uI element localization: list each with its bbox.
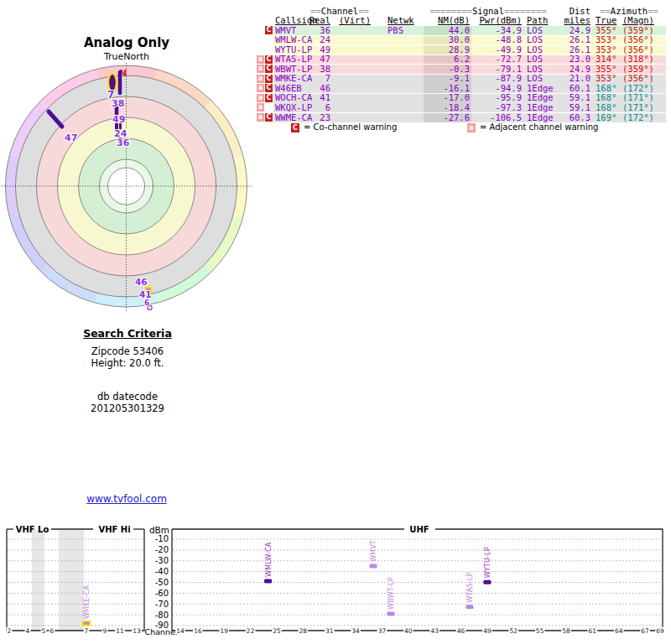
dbm-tick-label: -70: [155, 600, 169, 609]
cell-miles: 59.1: [557, 93, 590, 102]
station-marker: [466, 605, 473, 609]
uhf-channel-tick: 34: [351, 627, 360, 635]
column-header-pwr: Pwr(dBm): [476, 16, 522, 25]
vhf-channel-tick: 7: [85, 627, 89, 635]
radar-channel-label: 47: [65, 132, 77, 143]
co-channel-flag-icon: C: [265, 55, 273, 64]
cell-pwr: -49.9: [476, 45, 522, 55]
cell-pwr: -72.7: [476, 55, 522, 64]
uhf-channel-tick: 19: [220, 627, 228, 635]
y-axis-title: dBm: [149, 525, 169, 535]
uhf-channel-tick: 37: [378, 627, 387, 635]
cell-miles: 24.9: [557, 26, 590, 35]
co-channel-flag-icon: C: [265, 113, 273, 122]
station-callsign-label: WTAS-LP: [466, 572, 474, 602]
adjacent-channel-flag-icon: a: [257, 55, 264, 64]
station-callsign-label: WMLW-CA: [265, 542, 273, 577]
cell-magn_az: (171°): [622, 103, 663, 112]
cell-miles: 26.1: [557, 45, 590, 55]
uhf-channel-tick: 64: [615, 627, 623, 635]
adjacent-channel-flag-icon: a: [257, 103, 264, 112]
cell-path: 1Edge: [527, 84, 560, 93]
cell-true_az: 314°: [596, 55, 621, 64]
column-header-nm: NM(dB): [428, 16, 470, 25]
dbm-tick-label: -10: [155, 534, 169, 543]
cell-miles: 21.0: [557, 74, 590, 83]
tvfool-report-page: { "radar": { "title": "Analog Only", "no…: [0, 0, 671, 644]
vhf-channel-tick: 2: [8, 627, 12, 635]
dbm-tick-label: -50: [155, 578, 169, 587]
cell-real: 7: [300, 74, 330, 83]
vhf-channel-tick: 13: [133, 627, 141, 635]
cell-magn_az: (356°): [622, 45, 663, 55]
cell-miles: 23.0: [557, 55, 590, 64]
cell-real: 36: [300, 26, 330, 35]
uhf-channel-tick: 52: [509, 627, 518, 635]
legend-adjacent-channel-text: = Adjacent channel warning: [480, 122, 598, 132]
column-header-real: Real: [300, 16, 330, 25]
cell-nm: -9.1: [428, 74, 470, 83]
adjacent-channel-flag-icon: a: [257, 94, 264, 102]
band-label-vhf-hi: VHF Hi: [98, 525, 130, 534]
uhf-channel-tick: 58: [562, 627, 570, 635]
co-channel-flag-icon: C: [265, 75, 273, 83]
adjacent-channel-flag-icon: a: [257, 113, 264, 122]
station-callsign-label: WYTU-LP: [484, 547, 492, 578]
vhf-band-shading: [59, 530, 84, 631]
cell-path: 1Edge: [527, 103, 560, 112]
tvfool-link[interactable]: www.tvfool.com: [0, 493, 253, 505]
cell-nm: -27.6: [428, 113, 470, 122]
cell-magn_az: (318°): [622, 55, 663, 64]
vhf-channel-tick: 6: [50, 627, 55, 635]
station-callsign-label: WBWT-LP: [388, 577, 395, 610]
cell-magn_az: (172°): [622, 84, 663, 93]
band-label-uhf: UHF: [409, 525, 429, 534]
cell-nm: 44.0: [428, 26, 470, 35]
radar-channel-label: 49: [112, 114, 125, 125]
cell-magn_az: (359°): [622, 26, 663, 35]
cell-real: 6: [300, 103, 330, 112]
adjacent-channel-flag-icon: a: [257, 75, 264, 83]
cell-pwr: -34.9: [476, 26, 522, 35]
adjacent-channel-flag-icon: a: [467, 123, 476, 132]
cell-true_az: 168°: [596, 93, 621, 102]
cell-path: LOS: [527, 65, 560, 74]
co-channel-flag-icon: C: [265, 26, 273, 34]
station-marker: [369, 564, 377, 569]
signal-strength-chart: -10-20-30-40-50-60-70-80-90VHF LoVHF HiU…: [0, 520, 671, 644]
station-marker: [483, 580, 491, 584]
uhf-channel-tick: 22: [247, 627, 255, 635]
search-criteria-heading: Search Criteria: [0, 327, 255, 340]
vhf-band-shading: [32, 530, 44, 631]
cell-path: LOS: [527, 55, 560, 64]
cell-netwk: PBS: [388, 26, 423, 35]
cell-real: 46: [300, 84, 330, 93]
cell-path: 1Edge: [527, 93, 560, 102]
co-channel-flag-icon: C: [265, 94, 273, 102]
vhf-channel-tick: 5: [42, 627, 46, 635]
uhf-channel-tick: 14: [176, 627, 185, 635]
column-header-miles: miles: [557, 16, 590, 25]
x-axis-title: Channel: [145, 627, 178, 636]
cell-magn_az: (356°): [622, 35, 663, 44]
station-marker: [264, 579, 272, 583]
uhf-channel-tick: 49: [483, 627, 492, 635]
cell-nm: 28.9: [428, 45, 470, 55]
dbm-tick-label: -60: [155, 589, 169, 598]
radar-channel-label: 46: [135, 277, 148, 287]
uhf-channel-tick: 16: [194, 627, 202, 635]
db-datecode-value: 201205301329: [0, 402, 255, 414]
column-header-true_az: True: [596, 16, 621, 25]
radar-title: Analog Only: [0, 35, 253, 50]
co-channel-flag-icon: C: [265, 84, 273, 92]
uhf-channel-tick: 46: [457, 627, 466, 635]
station-callsign-label: WMVT: [370, 540, 377, 562]
uhf-channel-tick: 61: [589, 627, 597, 635]
cell-nm: 6.2: [428, 55, 470, 64]
adjacent-channel-flag-icon: a: [257, 65, 264, 73]
column-header-virt: (Virt): [334, 16, 376, 25]
cell-true_az: 355°: [596, 65, 621, 74]
cell-real: 24: [300, 35, 330, 44]
cell-nm: -18.4: [428, 103, 470, 112]
radar-channel-label: 38: [112, 98, 124, 109]
